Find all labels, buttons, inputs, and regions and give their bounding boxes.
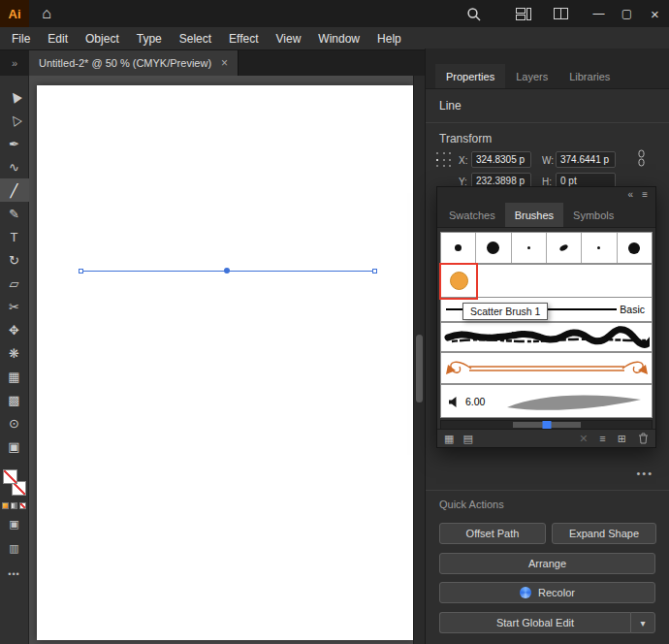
- tab-libraries[interactable]: Libraries: [558, 64, 621, 88]
- x-input[interactable]: [471, 151, 531, 168]
- selection-type-label: Line: [439, 99, 462, 113]
- blend-tool[interactable]: ❋: [0, 341, 29, 365]
- brushes-panel-tabbar: Swatches Brushes Symbols: [437, 203, 655, 228]
- line-anchor-right[interactable]: [372, 269, 377, 274]
- menu-window[interactable]: Window: [309, 27, 368, 49]
- rotate-tool[interactable]: ↻: [0, 248, 29, 272]
- selection-highlight-box: [439, 263, 478, 300]
- edit-toolbar-button[interactable]: •••: [8, 569, 19, 579]
- art-brush-charcoal[interactable]: [440, 322, 653, 352]
- tab-brushes[interactable]: Brushes: [505, 203, 563, 227]
- curvature-tool[interactable]: ∿: [0, 155, 29, 178]
- none-button[interactable]: [19, 502, 26, 509]
- selection-tool[interactable]: ▶: [0, 85, 29, 109]
- vertical-scrollbar[interactable]: [413, 76, 425, 644]
- menu-effect[interactable]: Effect: [220, 27, 267, 49]
- scrollbar-grip[interactable]: [542, 421, 551, 429]
- vertical-scrollbar-thumb[interactable]: [416, 335, 423, 402]
- libraries-panel-icon[interactable]: ▤: [462, 434, 472, 444]
- recolor-button[interactable]: Recolor: [439, 582, 655, 603]
- maximize-button[interactable]: ▢: [613, 0, 641, 27]
- brush-libraries-menu-icon[interactable]: ▦: [444, 434, 454, 444]
- menu-object[interactable]: Object: [77, 27, 128, 49]
- collapse-panels-button[interactable]: »: [0, 50, 29, 76]
- reference-point-locator[interactable]: [436, 152, 453, 169]
- brush-3pt-oval[interactable]: [547, 233, 582, 263]
- paintbrush-tool[interactable]: ✎: [0, 202, 29, 225]
- draw-mode-button[interactable]: ▣: [0, 514, 29, 533]
- ellipsis-icon: •••: [8, 569, 19, 579]
- tab-properties[interactable]: Properties: [435, 64, 505, 88]
- arrange-documents-button[interactable]: [546, 0, 575, 27]
- document-tab[interactable]: Untitled-2* @ 50 % (CMYK/Preview) ×: [29, 50, 239, 76]
- workspace-switcher-button[interactable]: [509, 0, 538, 27]
- menu-help[interactable]: Help: [368, 27, 410, 49]
- brushes-panel: « ≡ Swatches Brushes Symbols Basic: [436, 186, 656, 448]
- eraser-tool[interactable]: ▱: [0, 272, 29, 295]
- canvas-pasteboard[interactable]: [29, 76, 413, 644]
- brush-options-icon[interactable]: ≡: [599, 434, 605, 444]
- constrain-proportions-button[interactable]: [636, 149, 647, 171]
- type-tool-icon: T: [11, 230, 18, 244]
- calligraphic-brush-6pt[interactable]: 6.00: [440, 384, 653, 418]
- brush-1pt-round[interactable]: [512, 233, 547, 263]
- link-icon: [636, 149, 647, 167]
- new-brush-icon[interactable]: ⊞: [618, 434, 626, 444]
- panel-menu-icon[interactable]: ≡: [642, 190, 648, 200]
- draw-mode-icon: ▣: [9, 518, 18, 531]
- w-input[interactable]: [556, 151, 616, 168]
- mesh-tool[interactable]: ▦: [0, 365, 29, 388]
- pattern-brush-arrows[interactable]: [440, 352, 653, 384]
- direct-selection-tool[interactable]: ▷: [0, 109, 29, 132]
- artboard-tool[interactable]: ▣: [0, 435, 29, 458]
- line-segment-tool-icon: ╱: [11, 183, 18, 198]
- pen-tool[interactable]: ✒: [0, 132, 29, 155]
- line-anchor-left[interactable]: [79, 269, 83, 274]
- shape-builder-tool[interactable]: ▩: [0, 388, 29, 411]
- fill-stroke-indicator[interactable]: [3, 469, 26, 496]
- screen-mode-button[interactable]: ▥: [0, 538, 29, 558]
- curvature-tool-icon: ∿: [9, 160, 19, 175]
- menu-select[interactable]: Select: [171, 27, 220, 49]
- hand-tool[interactable]: ✥: [0, 318, 29, 341]
- tab-swatches[interactable]: Swatches: [439, 203, 505, 227]
- collapse-to-icons-icon[interactable]: «: [628, 190, 634, 200]
- offset-path-button[interactable]: Offset Path: [439, 523, 546, 544]
- type-tool[interactable]: T: [0, 225, 29, 248]
- line-segment-tool[interactable]: ╱: [0, 178, 29, 202]
- line-midpoint-anchor[interactable]: [224, 268, 230, 274]
- minimize-button[interactable]: —: [585, 0, 613, 27]
- remove-brush-stroke-icon[interactable]: ✕: [579, 434, 588, 444]
- brush-2pt-round[interactable]: [582, 233, 617, 263]
- search-button[interactable]: [459, 0, 488, 27]
- start-global-edit-button[interactable]: Start Global Edit: [439, 612, 630, 633]
- gradient-button[interactable]: [11, 502, 17, 509]
- start-global-edit-dropdown[interactable]: ▾: [630, 612, 655, 633]
- close-button[interactable]: ×: [641, 0, 669, 27]
- menu-type[interactable]: Type: [128, 27, 171, 49]
- document-tab-close-icon[interactable]: ×: [221, 56, 228, 70]
- brush-8pt-round[interactable]: [618, 233, 652, 263]
- blend-tool-icon: ❋: [9, 346, 19, 361]
- scissors-tool[interactable]: ✂: [0, 295, 29, 318]
- menu-edit[interactable]: Edit: [39, 27, 77, 49]
- fill-swatch[interactable]: [3, 469, 17, 484]
- brush-5pt-round[interactable]: [441, 233, 476, 263]
- home-button[interactable]: ⌂: [29, 0, 64, 27]
- artboard[interactable]: [37, 85, 413, 640]
- tab-symbols[interactable]: Symbols: [563, 203, 623, 227]
- color-button[interactable]: [2, 502, 9, 509]
- brush-10pt-round[interactable]: [476, 233, 511, 263]
- shape-builder-tool-icon: ▩: [8, 393, 19, 407]
- pen-tool-icon: ✒: [9, 137, 19, 151]
- menu-view[interactable]: View: [268, 27, 310, 49]
- expand-shape-button[interactable]: Expand Shape: [552, 523, 656, 544]
- tab-layers[interactable]: Layers: [505, 64, 558, 88]
- section-divider: [426, 490, 669, 491]
- arrange-button[interactable]: Arrange: [439, 553, 655, 574]
- zoom-tool[interactable]: ⊙: [0, 411, 29, 435]
- panel-tabbar: Properties Layers Libraries: [426, 64, 669, 89]
- menu-file[interactable]: File: [3, 27, 39, 49]
- transform-more-options-button[interactable]: •••: [636, 467, 653, 479]
- delete-brush-icon[interactable]: [638, 433, 649, 444]
